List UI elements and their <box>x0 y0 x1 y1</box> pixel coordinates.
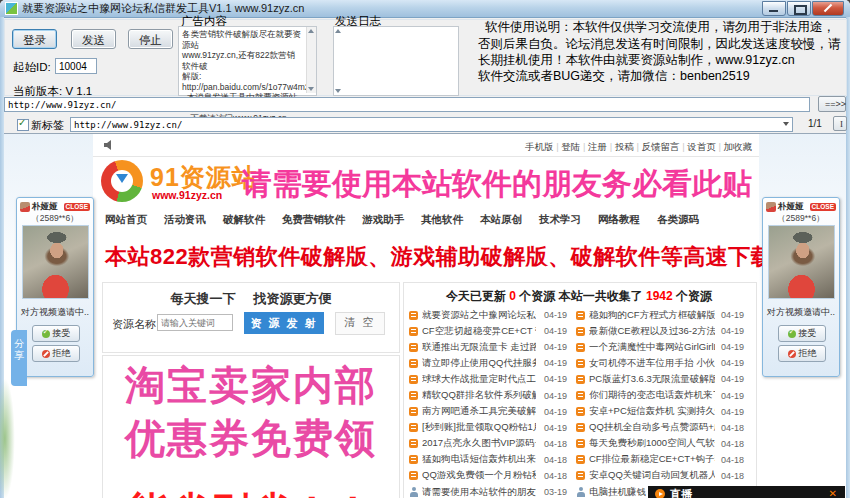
reject-icon <box>42 350 50 358</box>
scroll-down-icon[interactable] <box>308 87 314 91</box>
list-item[interactable]: 请需要使用本站软件的朋友务必看03-19 <box>409 484 567 498</box>
url-input-main[interactable] <box>4 97 810 112</box>
go-button[interactable]: ==>> <box>818 96 846 112</box>
window-title: 就要资源站之中豫网论坛私信群发工具V1.1 www.91zyz.cn <box>22 1 304 16</box>
list-item[interactable]: 猛如狗电话短信轰炸机出来了04-18 <box>409 452 567 468</box>
list-item[interactable]: QQ挂机全自动多号点赞源码+成04-18 <box>576 420 744 436</box>
link-favorite[interactable]: 加收藏 <box>716 141 752 152</box>
speaker-icon[interactable] <box>103 139 115 151</box>
nav-original[interactable]: 本站原创 <box>480 213 522 227</box>
send-log-box[interactable] <box>333 26 459 96</box>
close-button[interactable] <box>812 1 844 16</box>
stop-button[interactable]: 停止 <box>128 29 173 49</box>
list-item[interactable]: 安卓+PC短信轰炸机 实测持久性04-19 <box>576 404 744 420</box>
list-item[interactable]: 稳如狗的CF方程式方框破解版04-19 <box>576 307 744 323</box>
newtab-checkbox[interactable] <box>17 119 29 131</box>
nav-tutorials[interactable]: 网络教程 <box>598 213 640 227</box>
doc-icon <box>576 471 585 480</box>
list-item[interactable]: 南方网吧通杀工具完美破解版04-19 <box>409 404 567 420</box>
nav-source-code[interactable]: 各类源码 <box>657 213 699 227</box>
url-input-tab[interactable] <box>70 117 793 132</box>
list-item[interactable]: 一个充满魔性中毒网站GirlGirlLov04-19 <box>576 339 744 355</box>
nav-home[interactable]: 网站首页 <box>105 213 147 227</box>
ad-scrollbar[interactable] <box>306 27 316 93</box>
link-login[interactable]: 登陆 <box>554 141 581 152</box>
live-overlay-bar[interactable]: 直播 ✕ <box>648 486 845 498</box>
nav-other-software[interactable]: 其他软件 <box>421 213 463 227</box>
minimize-button[interactable] <box>762 1 786 16</box>
login-button[interactable]: 登录 <box>12 29 57 49</box>
cam-preview-image[interactable] <box>768 225 835 299</box>
scroll-up-icon[interactable] <box>308 29 314 33</box>
nav-game-helper[interactable]: 游戏助手 <box>362 213 404 227</box>
nav-free-marketing[interactable]: 免费营销软件 <box>282 213 345 227</box>
list-item[interactable]: 你们期待的变态电话轰炸机来了04-19 <box>576 387 744 403</box>
ad-content-box[interactable]: 各类营销软件破解版尽在就要资源站 www.91zyz.cn,还有822款营销软件… <box>178 26 317 96</box>
item-date: 04-19 <box>544 407 567 417</box>
start-id-input[interactable] <box>55 58 97 74</box>
accept-button[interactable]: 接受 <box>778 325 826 342</box>
cam-close-button[interactable]: CLOSE <box>810 203 836 211</box>
resource-search-button[interactable]: 资 源 发 射 <box>244 312 324 334</box>
accept-button[interactable]: 接受 <box>32 325 80 342</box>
item-title: CF空悲切超稳变异CE+CT 带百分 <box>422 325 536 338</box>
list-item[interactable]: 精软QQ群排名软件系列破解版04-19 <box>409 387 567 403</box>
log-scroll-down-icon[interactable] <box>335 89 341 93</box>
list-item[interactable]: 最新做CE教程以及过36-2方法04-19 <box>576 323 744 339</box>
cam-popup-left[interactable]: 朴娅娅 CLOSE （2589**6） 对方视频邀请中.. 接受 拒绝 <box>16 197 94 377</box>
link-sethome[interactable]: 设首页 <box>680 141 716 152</box>
cam-popup-right[interactable]: 朴娅娅 CLOSE （2589**6） 对方视频邀请中.. 接受 拒绝 <box>762 197 840 377</box>
link-mobile[interactable]: 手机版 <box>525 141 554 152</box>
list-item[interactable]: CF排位最新稳定CE+CT+钩子秒04-18 <box>576 452 744 468</box>
item-date: 04-19 <box>544 374 567 384</box>
link-submit[interactable]: 投稿 <box>607 141 634 152</box>
stats-today-count: 0 <box>509 289 516 303</box>
list-item[interactable]: 就要资源站之中豫网论坛私信群发04-19 <box>409 307 567 323</box>
maximize-icon <box>794 5 807 15</box>
window-titlebar[interactable]: 就要资源站之中豫网论坛私信群发工具V1.1 www.91zyz.cn <box>0 0 850 18</box>
list-item[interactable]: 每天免费秒刷1000空间人气软件04-18 <box>576 436 744 452</box>
search-panel: 每天搜一下 找资源更方便 资源名称 资 源 发 射 清 空 <box>102 282 400 353</box>
list-item[interactable]: 联通推出无限流量卡 走过路过别04-19 <box>409 339 567 355</box>
cam-preview-image[interactable] <box>22 225 89 299</box>
list-item[interactable]: [秒到账]批量领取QQ粉钻1月软04-19 <box>409 420 567 436</box>
nav-tech-study[interactable]: 技术学习 <box>539 213 581 227</box>
doc-icon <box>409 423 418 432</box>
cam-close-button[interactable]: CLOSE <box>64 203 90 211</box>
share-tab[interactable]: 分享 <box>11 330 27 386</box>
list-item[interactable]: 球球大作战批量定时代点工具04-19 <box>409 371 567 387</box>
list-item[interactable]: 请立即停止使用QQ代挂服务 否则04-19 <box>409 355 567 371</box>
list-item[interactable]: QQ游戏免费领一个月粉钻秒到04-18 <box>409 468 567 484</box>
list-item[interactable]: 2017点亮永久图书VIP源码+软件04-18 <box>409 436 567 452</box>
item-date: 04-18 <box>721 423 744 433</box>
cam-user-number: （2589**6） <box>763 213 839 225</box>
link-feedback[interactable]: 反馈留言 <box>634 141 680 152</box>
live-close-icon[interactable]: ✕ <box>829 488 837 498</box>
combo-dropdown-icon[interactable] <box>783 122 789 126</box>
site-logo-icon[interactable] <box>101 160 143 202</box>
reject-button[interactable]: 拒绝 <box>778 345 826 362</box>
maximize-button[interactable] <box>787 1 811 16</box>
list-item[interactable]: 安卓QQ关键词自动回复机器人04-18 <box>576 468 744 484</box>
nav-cracked-software[interactable]: 破解软件 <box>223 213 265 227</box>
list-item[interactable]: 女司机停不进车位用手抬 小伙热04-19 <box>576 355 744 371</box>
promo-panel[interactable]: 淘宝卖家内部 优惠券免费领 能省则省！！ <box>102 355 400 498</box>
url-combobox[interactable] <box>70 117 793 132</box>
item-title: QQ游戏免费领一个月粉钻秒到 <box>422 469 536 482</box>
resource-search-input[interactable] <box>157 314 233 331</box>
nav-activity[interactable]: 活动资讯 <box>164 213 206 227</box>
link-register[interactable]: 注册 <box>580 141 607 152</box>
item-title: 就要资源站之中豫网论坛私信群发 <box>422 309 536 322</box>
tab-side-button[interactable]: I <box>833 116 847 131</box>
site-headline-link[interactable]: 请需要使用本站软件的朋友务必看此贴 <box>242 164 752 205</box>
list-item[interactable]: PC版蓝灯3.6.3无限流量破解版04-19 <box>576 371 744 387</box>
item-date: 04-19 <box>544 310 567 320</box>
send-button[interactable]: 发送 <box>71 29 116 49</box>
item-title: PC版蓝灯3.6.3无限流量破解版 <box>589 373 715 386</box>
promo-banner-text[interactable]: 本站822款营销软件破解版、游戏辅助破解版、破解软件等高速下载 <box>105 242 773 272</box>
clear-button[interactable]: 清 空 <box>335 312 385 335</box>
log-scroll-up-icon[interactable] <box>335 29 341 33</box>
item-title: 精软QQ群排名软件系列破解版 <box>422 389 536 402</box>
list-item[interactable]: CF空悲切超稳变异CE+CT 带百分04-19 <box>409 323 567 339</box>
reject-button[interactable]: 拒绝 <box>32 345 80 362</box>
